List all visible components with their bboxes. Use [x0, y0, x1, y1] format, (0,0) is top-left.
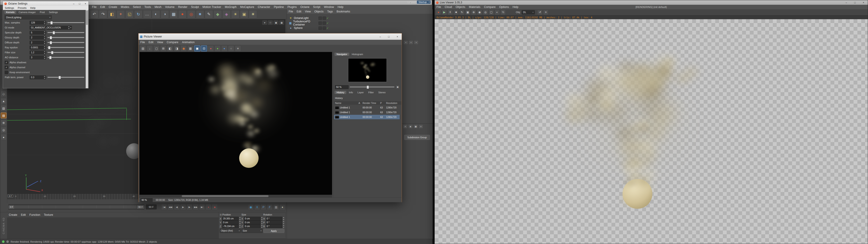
menu-item[interactable]: Edit — [295, 9, 303, 13]
menu-item[interactable]: File — [90, 5, 98, 9]
render-settings-icon[interactable]: ▦ — [169, 10, 178, 18]
texture-mode-icon[interactable]: ▨ — [1, 105, 6, 111]
spinner[interactable] — [239, 217, 241, 220]
menu-item[interactable]: Presets — [16, 6, 29, 9]
history-row[interactable]: Untitled 1 00:00:00 63 1280x720 — [334, 105, 400, 110]
restart-icon[interactable]: ↻ — [459, 10, 465, 15]
minimize-button[interactable]: – — [376, 33, 384, 40]
deformer-icon[interactable]: ◈ — [222, 10, 230, 18]
spinner[interactable] — [261, 225, 263, 228]
setting-value-field[interactable]: 0.0001 — [30, 45, 46, 50]
spinner[interactable] — [261, 217, 263, 220]
menu-item[interactable]: Pipeline — [272, 5, 285, 9]
history-row[interactable]: Untitled 1 00:00:00 63 1280x720 — [334, 115, 400, 120]
channel-green-icon[interactable]: ● — [215, 45, 221, 52]
spinner[interactable] — [44, 21, 45, 24]
current-frame-marker[interactable]: 0 F — [8, 194, 13, 197]
menu-item[interactable]: Animation — [180, 40, 196, 44]
position-field[interactable]: Z -76.194 cm — [220, 224, 241, 228]
horizontal-scrollbar[interactable] — [140, 195, 332, 197]
menu-item[interactable]: Tags — [326, 9, 335, 13]
picture-viewer-titlebar[interactable]: Picture Viewer – □ × — [138, 33, 402, 40]
camera-icon[interactable]: ▣ — [240, 10, 248, 18]
menu-item[interactable]: Settings — [3, 6, 16, 9]
move-tool-icon[interactable]: + — [117, 10, 125, 18]
octane-pause-quick-button[interactable]: ‖ — [254, 204, 260, 210]
play-icon[interactable]: ▶ — [442, 10, 447, 15]
maximize-button[interactable]: □ — [76, 1, 83, 6]
menu-item[interactable]: Cloud — [443, 5, 454, 9]
environment-icon[interactable]: ☀ — [231, 10, 239, 18]
octane-f-button[interactable]: F — [267, 204, 273, 210]
menu-item[interactable]: Modes — [119, 5, 131, 9]
play-button[interactable]: ▶ — [180, 204, 186, 210]
focus-picker-icon[interactable]: ⊕ — [471, 10, 476, 15]
menu-item[interactable]: Create — [7, 213, 19, 217]
rotation-field[interactable]: B 0 ° — [264, 224, 284, 228]
spinner[interactable] — [44, 31, 45, 34]
menu-item[interactable]: Octane — [299, 5, 311, 9]
navigator-zoom-field[interactable]: 50 % — [335, 85, 348, 89]
enabled-check-icon[interactable]: ✓ — [327, 22, 329, 25]
octane-p-button[interactable]: P — [260, 204, 266, 210]
tag-icon[interactable] — [318, 17, 322, 20]
menu-item[interactable]: Compare — [482, 5, 497, 9]
setting-checkbox[interactable] — [5, 66, 8, 69]
setting-slider[interactable] — [48, 76, 84, 79]
snap-icon[interactable]: ◎ — [1, 127, 6, 133]
sidebar-section-tab[interactable]: Filter — [366, 91, 376, 94]
autokey-button[interactable]: ◆ — [212, 204, 218, 210]
octane-logo-icon[interactable]: ● — [436, 10, 441, 15]
setting-value-field[interactable]: 128 — [30, 21, 46, 25]
octane-grid-button[interactable]: ▦ — [273, 204, 279, 210]
goto-end-button[interactable]: ▶| — [199, 204, 205, 210]
scale-tool-icon[interactable]: ◱ — [125, 10, 133, 18]
setting-value-field[interactable]: 2 — [30, 36, 46, 39]
spinner[interactable] — [239, 221, 241, 224]
om-filter-icon[interactable]: ▪ — [409, 40, 413, 44]
navigator-tab[interactable]: Navigator — [335, 53, 349, 56]
cube-primitive-icon[interactable]: ■ — [196, 10, 204, 18]
slider-knob[interactable] — [53, 31, 55, 34]
object-name[interactable]: Sphere — [294, 26, 303, 30]
object-item[interactable]: ▦ TurbulenceFD Container ✓ — [287, 21, 433, 26]
fit-thumbnail-icon[interactable]: ▣ — [396, 85, 400, 89]
menu-item[interactable]: Sculpt — [189, 5, 201, 9]
minimize-button[interactable]: – — [842, 0, 850, 5]
goto-start-button[interactable]: |◀ — [161, 204, 167, 210]
size-field[interactable]: Y 0 cm — [241, 220, 262, 224]
next-key-button[interactable]: ▶▶ — [193, 204, 199, 210]
next-frame-button[interactable]: ▶ — [186, 204, 192, 210]
menu-item[interactable]: Edit — [19, 213, 28, 217]
slider-knob[interactable] — [50, 36, 52, 39]
setting-slider[interactable] — [48, 56, 84, 59]
setting-value-field[interactable]: 2 — [30, 41, 46, 44]
sidebar-section-tab[interactable]: History — [335, 91, 346, 94]
object-mode-select[interactable]: Object (Rel) — [220, 228, 241, 233]
octane-flame-icon[interactable]: ◉ — [181, 45, 187, 52]
menu-item[interactable]: File — [287, 9, 295, 13]
render-picture-viewer-icon[interactable]: ◑ — [161, 10, 169, 18]
menu-item[interactable]: Script — [311, 5, 322, 9]
prev-frame-button[interactable]: ◀ — [174, 204, 180, 210]
maximize-view-icon[interactable]: □ — [268, 20, 273, 25]
pause-icon[interactable]: ‖ — [447, 10, 453, 15]
object-picker-icon[interactable]: ◎ — [483, 10, 488, 15]
octane-liveviewer-icon[interactable]: ● — [178, 10, 186, 18]
sidebar-section-tab[interactable]: Info — [347, 91, 355, 94]
fullscreen-icon[interactable]: ⊞ — [160, 45, 166, 52]
redo-icon[interactable]: ↷ — [99, 10, 107, 18]
light-icon[interactable]: ☀ — [249, 10, 257, 18]
setting-value-field[interactable]: GI_AMBIENT_OCCLUSION — [30, 26, 72, 30]
spinner[interactable] — [44, 41, 45, 44]
camera-view-icon[interactable]: ▣ — [274, 20, 278, 25]
menu-item[interactable]: Edit — [147, 40, 155, 44]
viewport-solo-icon[interactable]: ● — [1, 134, 6, 140]
frame-range-slider[interactable]: 0 F 90 F — [8, 204, 145, 210]
position-field[interactable]: X 29.305 cm — [220, 217, 241, 220]
save-icon[interactable]: ↓ — [147, 45, 153, 52]
open-icon[interactable]: ▤ — [140, 45, 146, 52]
rotate-tool-icon[interactable]: ↻ — [134, 10, 143, 18]
menu-item[interactable]: Options — [497, 5, 510, 9]
menu-item[interactable]: File — [138, 40, 147, 44]
